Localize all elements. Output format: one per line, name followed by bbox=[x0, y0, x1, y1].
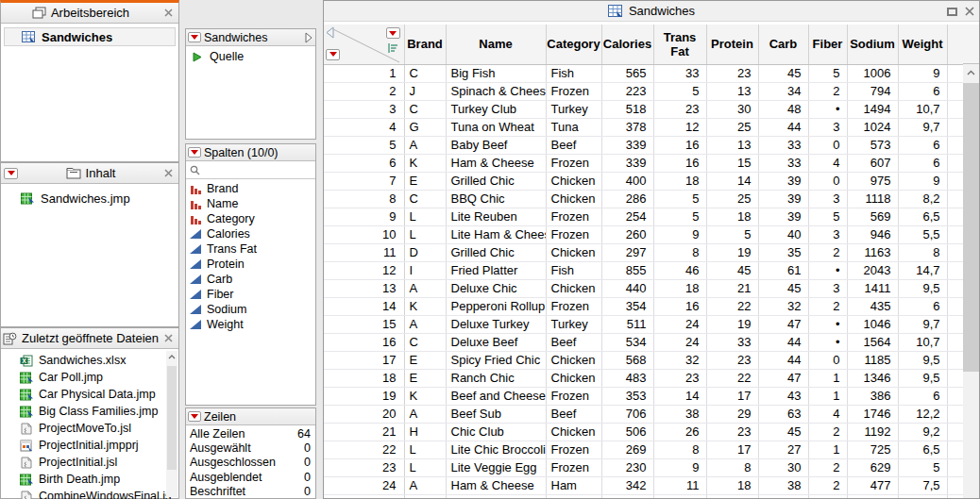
data-cell[interactable]: J bbox=[404, 82, 446, 100]
data-cell[interactable]: 10,7 bbox=[898, 333, 947, 351]
row-number-cell[interactable]: 12 bbox=[324, 261, 404, 279]
column-list-item[interactable]: Sodium bbox=[186, 302, 315, 317]
recent-file-item[interactable]: Birth Death.jmp bbox=[20, 471, 178, 488]
data-cell[interactable]: 435 bbox=[847, 297, 898, 315]
row-number-cell[interactable]: 13 bbox=[324, 279, 404, 297]
data-cell[interactable]: 794 bbox=[847, 82, 898, 100]
data-cell[interactable]: 1006 bbox=[847, 64, 898, 82]
data-cell[interactable]: E bbox=[404, 172, 446, 190]
expand-panel-icon[interactable] bbox=[305, 32, 313, 43]
data-cell[interactable]: 9 bbox=[653, 458, 706, 476]
data-cell[interactable]: Lite Veggie Egg bbox=[446, 458, 546, 476]
data-cell[interactable]: • bbox=[808, 261, 847, 279]
data-cell[interactable]: 18 bbox=[706, 208, 758, 225]
column-header[interactable]: Name bbox=[446, 25, 546, 64]
data-cell[interactable]: Frozen bbox=[546, 154, 601, 172]
data-cell[interactable]: Baby Beef bbox=[446, 136, 546, 154]
data-cell[interactable]: 1 bbox=[808, 441, 847, 458]
column-header[interactable]: Trans Fat bbox=[653, 25, 706, 64]
data-cell[interactable]: Turkey bbox=[546, 315, 601, 333]
recent-file-item[interactable]: XSandwiches.xlsx bbox=[20, 352, 178, 369]
data-cell[interactable]: 39 bbox=[758, 190, 808, 208]
row-number-cell[interactable]: 23 bbox=[324, 458, 404, 476]
close-icon[interactable] bbox=[161, 166, 176, 181]
data-cell[interactable]: 3 bbox=[808, 279, 847, 297]
data-cell[interactable]: C bbox=[404, 100, 446, 118]
data-cell[interactable]: Chicken bbox=[546, 243, 601, 261]
data-cell[interactable]: 1046 bbox=[847, 315, 898, 333]
data-cell[interactable]: Chicken bbox=[546, 190, 601, 208]
scroll-up-icon[interactable] bbox=[963, 64, 979, 80]
data-cell[interactable]: L bbox=[404, 225, 446, 243]
data-cell[interactable]: 45 bbox=[706, 261, 758, 279]
data-cell[interactable]: Ham bbox=[546, 476, 601, 494]
data-cell[interactable]: 13 bbox=[706, 136, 758, 154]
column-list-item[interactable]: Calories bbox=[186, 226, 315, 241]
data-cell[interactable]: Beef bbox=[546, 333, 601, 351]
data-cell[interactable]: 12 bbox=[653, 118, 706, 136]
data-cell[interactable]: C bbox=[404, 64, 446, 82]
column-list-item[interactable]: Protein bbox=[186, 257, 315, 272]
column-header[interactable]: Protein bbox=[706, 25, 758, 64]
data-cell[interactable]: Beef Sub bbox=[446, 405, 546, 423]
data-cell[interactable]: 6,5 bbox=[898, 208, 947, 225]
data-cell[interactable]: 569 bbox=[847, 208, 898, 225]
data-cell[interactable]: 14 bbox=[653, 387, 706, 405]
data-cell[interactable]: L bbox=[404, 458, 446, 476]
data-cell[interactable]: 16 bbox=[653, 154, 706, 172]
data-cell[interactable]: 33 bbox=[758, 154, 808, 172]
data-cell[interactable]: 440 bbox=[601, 279, 653, 297]
data-cell[interactable]: 38 bbox=[653, 405, 706, 423]
data-cell[interactable]: 16 bbox=[653, 136, 706, 154]
data-cell[interactable]: • bbox=[808, 315, 847, 333]
data-cell[interactable] bbox=[446, 494, 546, 499]
data-cell[interactable]: 23 bbox=[706, 423, 758, 441]
content-item-sandwiches-jmp[interactable]: Sandwiches.jmp bbox=[4, 190, 176, 208]
data-cell[interactable]: Lite Reuben bbox=[446, 208, 546, 225]
data-cell[interactable]: 2 bbox=[808, 476, 847, 494]
data-cell[interactable]: G bbox=[404, 118, 446, 136]
data-cell[interactable]: Ranch Chic bbox=[446, 369, 546, 387]
data-cell[interactable]: 725 bbox=[847, 441, 898, 458]
data-cell[interactable]: 5 bbox=[653, 208, 706, 225]
column-list-item[interactable]: Weight bbox=[186, 317, 315, 332]
data-cell[interactable]: Tuna on Wheat bbox=[446, 118, 546, 136]
recent-file-item[interactable]: ProjectMoveTo.jsl bbox=[20, 420, 178, 437]
data-cell[interactable]: • bbox=[808, 100, 847, 118]
data-cell[interactable]: A bbox=[404, 279, 446, 297]
data-cell[interactable]: 9 bbox=[653, 225, 706, 243]
data-cell[interactable]: E bbox=[404, 369, 446, 387]
data-cell[interactable]: 2 bbox=[808, 82, 847, 100]
workspace-item-sandwiches[interactable]: Sandwiches bbox=[4, 27, 176, 46]
column-search-input[interactable] bbox=[204, 163, 315, 176]
data-cell[interactable]: 6 bbox=[898, 82, 947, 100]
data-cell[interactable]: 3 bbox=[808, 190, 847, 208]
data-cell[interactable]: 483 bbox=[601, 369, 653, 387]
workspace-panel-header[interactable]: Arbeitsbereich bbox=[1, 3, 178, 24]
data-cell[interactable]: 19 bbox=[706, 243, 758, 261]
column-header[interactable]: Fiber bbox=[808, 25, 847, 64]
data-cell[interactable]: 254 bbox=[601, 208, 653, 225]
data-cell[interactable]: Chicken bbox=[546, 172, 601, 190]
data-cell[interactable]: Chicken bbox=[546, 351, 601, 369]
data-cell[interactable]: 10,7 bbox=[898, 100, 947, 118]
scroll-thumb[interactable] bbox=[963, 83, 979, 372]
row-number-cell[interactable]: 4 bbox=[324, 118, 404, 136]
row-number-cell[interactable]: 17 bbox=[324, 351, 404, 369]
data-cell[interactable]: 17 bbox=[706, 441, 758, 458]
data-cell[interactable]: 269 bbox=[601, 441, 653, 458]
data-cell[interactable]: 946 bbox=[847, 225, 898, 243]
data-cell[interactable]: 14,7 bbox=[898, 261, 947, 279]
data-cell[interactable]: 573 bbox=[847, 136, 898, 154]
data-cell[interactable]: 16 bbox=[653, 297, 706, 315]
data-cell[interactable] bbox=[546, 494, 601, 499]
data-cell[interactable]: Grilled Chic bbox=[446, 172, 546, 190]
column-search-box[interactable] bbox=[186, 161, 315, 179]
data-cell[interactable]: A bbox=[404, 136, 446, 154]
data-cell[interactable]: 14 bbox=[706, 172, 758, 190]
data-cell[interactable]: A bbox=[404, 405, 446, 423]
data-cell[interactable]: 6 bbox=[898, 154, 947, 172]
data-cell[interactable]: 39 bbox=[758, 208, 808, 225]
data-cell[interactable]: 5 bbox=[706, 225, 758, 243]
table-vertical-scrollbar[interactable] bbox=[963, 64, 979, 498]
